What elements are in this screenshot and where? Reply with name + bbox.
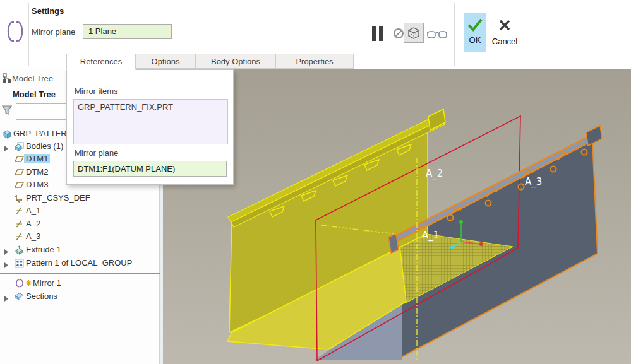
cancel-button[interactable]: Cancel <box>489 13 520 52</box>
tree-item-label: Bodies (1) <box>26 141 63 151</box>
datum-plane-icon <box>15 168 24 178</box>
mirror-plane-collector[interactable]: 1 Plane <box>83 24 172 39</box>
settings-group-title: Settings <box>32 6 64 16</box>
model-tree-title: Model Tree <box>13 90 56 99</box>
part-icon <box>3 129 12 141</box>
ribbon-divider <box>356 3 356 66</box>
tree-item-label: DTM3 <box>26 180 48 189</box>
verify-preview-button[interactable] <box>404 23 424 43</box>
axis-label-a1[interactable]: A_1 <box>422 230 439 242</box>
pause-button[interactable] <box>368 24 387 43</box>
mirror-items-list[interactable]: GRP_PATTERN_FIX.PRT <box>73 99 228 144</box>
glasses-button[interactable] <box>426 26 448 42</box>
mirror-items-entry[interactable]: GRP_PATTERN_FIX.PRT <box>74 100 227 114</box>
references-panel: Mirror items GRP_PATTERN_FIX.PRT Mirror … <box>66 69 234 185</box>
model-tree-tab-icon <box>3 73 11 83</box>
expand-arrow-icon[interactable] <box>4 261 9 270</box>
application-window: Settings Mirror plane 1 Plane <box>0 0 631 364</box>
tree-item-label: Extrude 1 <box>26 245 61 254</box>
mirror-plane-label: Mirror plane <box>75 148 118 158</box>
mirror-plane-label: Mirror plane <box>32 27 75 37</box>
tree-item-sections[interactable]: Sections <box>0 291 159 302</box>
tree-item-label: DTM2 <box>26 167 48 177</box>
sections-icon <box>15 292 24 302</box>
pattern-icon <box>15 259 24 270</box>
tree-item-pattern-1-of-local-group[interactable]: Pattern 1 of LOCAL_GROUP <box>0 257 159 269</box>
axis-label-a2[interactable]: A_2 <box>426 168 443 180</box>
tree-item-label: Pattern 1 of LOCAL_GROUP <box>26 258 132 267</box>
tree-item-a-1[interactable]: A_1 <box>0 205 159 216</box>
mirror-icon <box>15 279 25 290</box>
tree-item-label: A_1 <box>26 206 40 215</box>
tab-references[interactable]: References <box>66 54 136 70</box>
axis-icon <box>15 220 23 230</box>
bodies-icon <box>15 142 25 153</box>
ribbon-divider <box>28 3 29 66</box>
ok-label: OK <box>469 35 481 45</box>
cancel-label: Cancel <box>492 37 517 46</box>
tree-item-label: DTM1 <box>24 154 50 163</box>
mirror-feature-icon <box>4 19 27 44</box>
datum-plane-icon <box>15 155 24 165</box>
mirror-plane-collector[interactable]: DTM1:F1(DATUM PLANE) <box>73 161 227 177</box>
tab-body-options[interactable]: Body Options <box>196 54 276 69</box>
tree-item-label: Mirror 1 <box>26 278 61 288</box>
ribbon-divider <box>454 3 455 66</box>
tab-options[interactable]: Options <box>136 54 196 69</box>
tab-properties[interactable]: Properties <box>276 54 354 69</box>
axis-icon <box>15 232 23 243</box>
csys-icon <box>15 194 24 204</box>
expand-arrow-icon[interactable] <box>4 247 9 257</box>
tree-item-a-2[interactable]: A_2 <box>0 218 159 230</box>
tree-item-label: A_2 <box>26 219 40 228</box>
dashboard-tabstrip: References Options Body Options Properti… <box>66 54 354 69</box>
preview-glasses-icon <box>427 28 447 40</box>
ribbon-divider <box>529 3 529 66</box>
tree-item-label: Sections <box>26 291 57 301</box>
extrude-icon <box>15 245 24 257</box>
tree-item-extrude-1[interactable]: Extrude 1 <box>0 244 159 255</box>
tree-item-prt-csys-def[interactable]: PRT_CSYS_DEF <box>0 192 159 204</box>
expand-arrow-icon[interactable] <box>4 294 9 303</box>
expand-arrow-icon[interactable] <box>4 144 9 153</box>
tree-item-mirror-1[interactable]: Mirror 1 <box>0 278 159 289</box>
no-preview-icon <box>392 27 405 40</box>
pause-icon <box>371 26 385 42</box>
tree-item-label: A_3 <box>26 232 40 241</box>
tree-item-a-3[interactable]: A_3 <box>0 231 159 242</box>
model-tree-tab-title[interactable]: Model Tree <box>12 74 53 83</box>
mirror-items-label: Mirror items <box>75 86 118 96</box>
insert-here-divider[interactable] <box>0 273 160 274</box>
axis-icon <box>15 206 23 217</box>
cancel-x-icon <box>498 19 511 32</box>
datum-plane-icon <box>15 180 24 191</box>
tree-item-label: GRP_PATTERN <box>13 129 73 138</box>
tree-item-label: PRT_CSYS_DEF <box>26 193 90 203</box>
filter-icon[interactable] <box>2 105 13 116</box>
ok-check-icon <box>467 18 483 32</box>
ok-button[interactable]: OK <box>464 13 486 52</box>
verify-preview-icon <box>406 25 421 40</box>
axis-label-a3[interactable]: A_3 <box>525 176 542 188</box>
